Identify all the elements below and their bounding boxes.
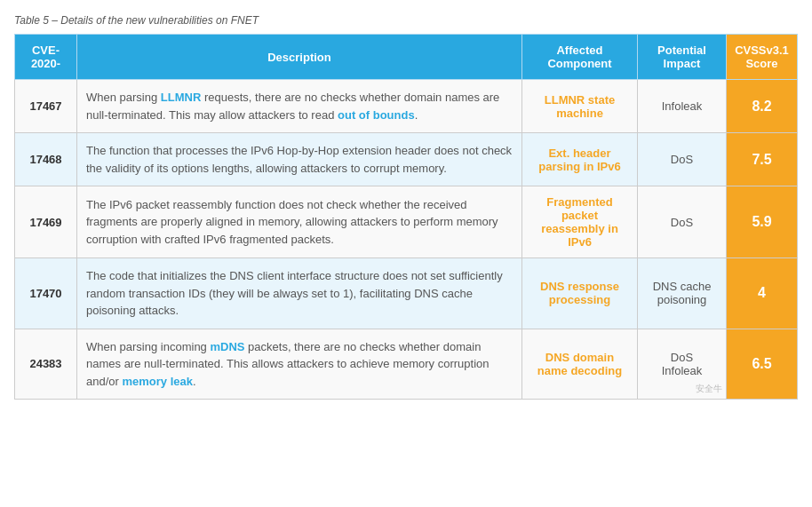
header-impact: Potential Impact	[638, 35, 727, 80]
affected-component: LLMNR state machine	[522, 80, 638, 133]
header-cvss: CVSSv3.1 Score	[727, 35, 798, 80]
table-caption: Table 5 – Details of the new vulnerabili…	[14, 14, 798, 27]
affected-component: Fragmented packet reassembly in IPv6	[522, 186, 638, 258]
potential-impact: DoS	[638, 186, 727, 258]
cvss-score: 5.9	[727, 186, 798, 258]
table-row: 17469The IPv6 packet reassembly function…	[15, 186, 798, 258]
cvss-score: 8.2	[727, 80, 798, 133]
header-description: Description	[77, 35, 522, 80]
potential-impact: Infoleak	[638, 80, 727, 133]
watermark: 安全牛	[696, 383, 722, 395]
description-cell: When parsing LLMNR requests, there are n…	[77, 80, 522, 133]
description-cell: The function that processes the IPv6 Hop…	[77, 133, 522, 186]
potential-impact: DNS cache poisoning	[638, 258, 727, 329]
potential-impact: DoSInfoleak安全牛	[638, 329, 727, 400]
cve-number: 17467	[15, 80, 77, 133]
cvss-score: 6.5	[727, 329, 798, 400]
table-row: 17467When parsing LLMNR requests, there …	[15, 80, 798, 133]
affected-component: Ext. header parsing in IPv6	[522, 133, 638, 186]
potential-impact: DoS	[638, 133, 727, 186]
description-cell: The code that initializes the DNS client…	[77, 258, 522, 329]
cvss-score: 7.5	[727, 133, 798, 186]
description-cell: When parsing incoming mDNS packets, ther…	[77, 329, 522, 400]
header-affected: Affected Component	[522, 35, 638, 80]
affected-component: DNS domain name decoding	[522, 329, 638, 400]
cve-number: 17469	[15, 186, 77, 258]
cve-number: 17468	[15, 133, 77, 186]
table-row: 17470The code that initializes the DNS c…	[15, 258, 798, 329]
cve-number: 17470	[15, 258, 77, 329]
table-row: 17468The function that processes the IPv…	[15, 133, 798, 186]
cvss-score: 4	[727, 258, 798, 329]
cve-number: 24383	[15, 329, 77, 400]
table-row: 24383When parsing incoming mDNS packets,…	[15, 329, 798, 400]
affected-component: DNS response processing	[522, 258, 638, 329]
vulnerability-table: CVE-2020- Description Affected Component…	[14, 34, 798, 400]
description-cell: The IPv6 packet reassembly function does…	[77, 186, 522, 258]
header-cve: CVE-2020-	[15, 35, 77, 80]
